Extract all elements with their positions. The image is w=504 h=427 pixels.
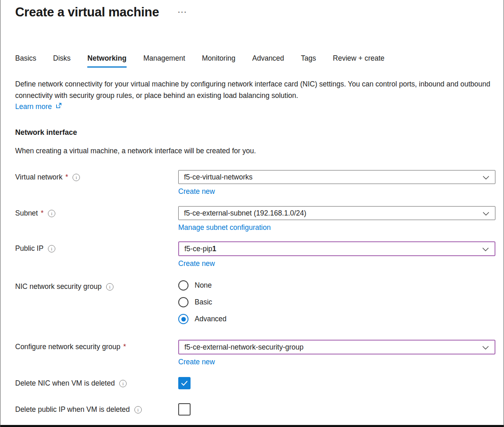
learn-more-label: Learn more [15, 101, 52, 112]
page-header: Create a virtual machine ··· [15, 5, 495, 20]
create-new-public-ip-link[interactable]: Create new [178, 259, 215, 268]
required-asterisk: * [41, 209, 43, 218]
virtual-network-value: f5-ce-virtual-networks [184, 173, 252, 182]
chevron-down-icon [483, 209, 489, 218]
field-row-public-ip: Public IP i f5-ce-pip1 Create new [15, 241, 495, 268]
checkmark-icon [181, 380, 188, 386]
tab-advanced[interactable]: Advanced [252, 54, 284, 68]
tab-monitoring[interactable]: Monitoring [202, 54, 236, 68]
info-icon[interactable]: i [73, 174, 80, 181]
configure-nsg-select[interactable]: f5-ce-external-network-security-group [178, 340, 495, 354]
chevron-down-icon [482, 245, 489, 253]
field-row-configure-nsg: Configure network security group * f5-ce… [15, 340, 495, 366]
subnet-value: f5-ce-external-subnet (192.168.1.0/24) [184, 209, 306, 218]
virtual-network-select[interactable]: f5-ce-virtual-networks [178, 170, 495, 184]
radio-icon[interactable] [178, 297, 188, 307]
info-icon[interactable]: i [48, 245, 55, 252]
tab-tags[interactable]: Tags [301, 54, 316, 68]
field-row-delete-public-ip: Delete public IP when VM is deleted i [15, 402, 495, 416]
field-row-subnet: Subnet * i f5-ce-external-subnet (192.16… [15, 206, 495, 232]
tab-management[interactable]: Management [143, 54, 185, 68]
typed-suffix: 1 [212, 245, 216, 253]
configure-nsg-value: f5-ce-external-network-security-group [184, 343, 304, 352]
create-new-nsg-link[interactable]: Create new [178, 358, 215, 366]
subnet-select[interactable]: f5-ce-external-subnet (192.168.1.0/24) [178, 206, 495, 220]
chevron-down-icon [482, 343, 489, 352]
tab-bar: Basics Disks Networking Management Monit… [15, 54, 495, 68]
configure-nsg-label: Configure network security group * [15, 340, 178, 351]
tab-basics[interactable]: Basics [15, 54, 36, 68]
page-title: Create a virtual machine [15, 5, 159, 20]
info-icon[interactable]: i [48, 210, 55, 217]
info-icon[interactable]: i [106, 283, 114, 291]
delete-public-ip-label: Delete public IP when VM is deleted i [15, 402, 178, 414]
external-link-icon [55, 101, 62, 112]
tab-description: Define network connectivity for your vir… [15, 78, 495, 101]
public-ip-label: Public IP i [15, 241, 178, 253]
nic-nsg-radio-group: None Basic Advanced [178, 279, 495, 324]
info-icon[interactable]: i [134, 406, 142, 413]
virtual-network-label: Virtual network * i [15, 170, 178, 182]
required-asterisk: * [65, 173, 68, 182]
bottom-frame-line [0, 425, 504, 427]
public-ip-value: f5-ce-pip1 [184, 245, 216, 253]
radio-icon[interactable] [178, 314, 188, 324]
nic-nsg-label: NIC network security group i [15, 279, 178, 291]
radio-option-none[interactable]: None [178, 280, 495, 291]
radio-icon[interactable] [178, 280, 188, 291]
chevron-down-icon [483, 173, 489, 182]
section-subtext: When creating a virtual machine, a netwo… [15, 147, 495, 155]
tab-disks[interactable]: Disks [53, 54, 71, 68]
more-options-icon[interactable]: ··· [178, 8, 187, 16]
delete-nic-label: Delete NIC when VM is deleted i [15, 376, 178, 388]
section-heading-network-interface: Network interface [15, 128, 495, 137]
info-icon[interactable]: i [119, 380, 127, 387]
field-row-virtual-network: Virtual network * i f5-ce-virtual-networ… [15, 170, 495, 196]
subnet-label: Subnet * i [15, 206, 178, 218]
field-row-nic-nsg: NIC network security group i None Basic … [15, 279, 495, 324]
tab-networking[interactable]: Networking [87, 54, 126, 68]
radio-option-basic[interactable]: Basic [178, 297, 495, 307]
required-asterisk: * [123, 343, 126, 351]
delete-public-ip-checkbox[interactable] [178, 403, 191, 416]
radio-option-advanced[interactable]: Advanced [178, 314, 495, 324]
create-vm-page: Create a virtual machine ··· Basics Disk… [0, 0, 504, 416]
field-row-delete-nic: Delete NIC when VM is deleted i [15, 376, 495, 389]
tab-review-create[interactable]: Review + create [333, 54, 384, 68]
manage-subnet-configuration-link[interactable]: Manage subnet configuration [178, 223, 271, 232]
public-ip-select[interactable]: f5-ce-pip1 [178, 241, 495, 256]
learn-more-link[interactable]: Learn more [15, 101, 62, 112]
delete-nic-checkbox[interactable] [178, 377, 191, 389]
create-new-vnet-link[interactable]: Create new [178, 187, 215, 196]
